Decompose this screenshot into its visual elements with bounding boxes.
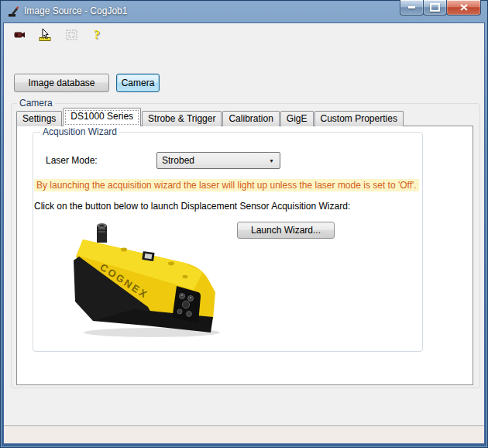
titlebar: Image Source - CogJob1 [0, 0, 488, 22]
acquisition-wizard-groupbox-label: Acqusition Wizard [40, 126, 119, 137]
help-button[interactable]: ? [89, 26, 105, 43]
close-button[interactable] [446, 0, 481, 16]
wizard-instruction-text: Click on the button below to launch Disp… [34, 201, 350, 212]
tab-settings[interactable]: Settings [16, 111, 62, 126]
tab-strobe-trigger[interactable]: Strobe & Trigger [142, 111, 222, 126]
tab-ds1000-series[interactable]: DS1000 Series [63, 108, 141, 126]
laser-mode-label: Laser Mode: [46, 155, 98, 166]
ds1000-sensor-image: COGNEX [60, 218, 228, 342]
window-icon [8, 5, 20, 18]
image-source-window: Image Source - CogJob1 [0, 0, 488, 448]
laser-mode-value: Strobed [162, 155, 194, 166]
laser-warning-text: By launching the acquisition wizard the … [34, 179, 419, 191]
minimize-icon [408, 6, 415, 9]
live-display-pointer-ruler-icon [39, 29, 53, 41]
video-camera-icon [14, 29, 26, 40]
image-database-button[interactable]: Image database [14, 74, 109, 92]
minimize-button[interactable] [400, 0, 424, 16]
camera-button[interactable]: Camera [116, 74, 160, 92]
chevron-down-icon: ▼ [269, 158, 280, 164]
maximize-icon [430, 3, 440, 12]
image-region-button-disabled [64, 26, 79, 43]
tab-custom-properties[interactable]: Custom Properties [314, 111, 404, 126]
window-title: Image Source - CogJob1 [24, 0, 127, 22]
help-icon: ? [94, 28, 100, 42]
tab-calibration[interactable]: Calibration [222, 111, 279, 126]
status-bar [4, 426, 484, 443]
image-region-icon-disabled [65, 29, 78, 41]
client-area: ? Image database Camera Camera Settings … [3, 22, 485, 444]
camera-groupbox-label: Camera [17, 98, 55, 109]
launch-wizard-button[interactable]: Launch Wizard... [237, 222, 335, 239]
tab-gige[interactable]: GigE [280, 111, 314, 126]
tab-strip: Settings DS1000 Series Strobe & Trigger … [16, 108, 404, 126]
toolbar: ? [4, 23, 484, 47]
acquire-image-button[interactable] [12, 26, 28, 43]
close-icon [460, 4, 468, 11]
live-display-button[interactable] [38, 26, 53, 43]
laser-mode-dropdown[interactable]: Strobed ▼ [156, 152, 280, 169]
maximize-button[interactable] [423, 0, 447, 16]
ds1000-tab-page: Acqusition Wizard Laser Mode: Strobed ▼ … [16, 126, 473, 385]
